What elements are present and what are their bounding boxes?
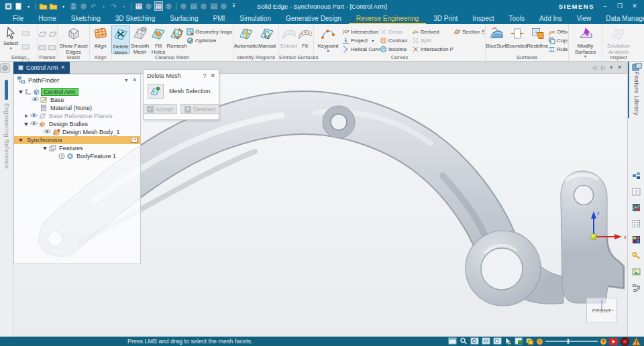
ribbon-tab-3d-sketching[interactable]: 3D Sketching <box>108 12 162 24</box>
record-video-icon[interactable] <box>609 337 618 346</box>
image-icon[interactable] <box>632 267 641 279</box>
app-icon[interactable] <box>4 1 13 11</box>
color-table-icon[interactable] <box>632 235 641 247</box>
tree-item-base-reference-planes[interactable]: Base Reference Planes <box>14 112 140 120</box>
pointer-icon[interactable] <box>504 337 512 345</box>
ribbon-tab-home[interactable]: Home <box>31 12 64 24</box>
dropdown-caret-icon[interactable]: ▾ <box>99 1 108 11</box>
tool-icon[interactable] <box>199 1 208 11</box>
mesh-selection-tool-button[interactable] <box>148 84 164 99</box>
visibility-eye-icon[interactable] <box>30 113 39 119</box>
smooth-mesh-button[interactable]: Smooth Mesh <box>130 25 150 54</box>
project-button[interactable]: Project ▾ <box>342 36 380 45</box>
dropdown-caret-icon[interactable]: ▾ <box>119 1 128 11</box>
redefine-button[interactable]: Redefine <box>527 25 548 54</box>
deselect-button[interactable]: ✕Deselect <box>180 104 219 114</box>
record-dot-icon[interactable] <box>621 337 629 346</box>
zoom-out-icon[interactable]: − <box>537 339 543 345</box>
bounded-button[interactable]: Bounded <box>506 25 527 54</box>
undo-icon[interactable]: ↶ <box>89 1 98 11</box>
qat-customize-icon[interactable]: ▾̅ <box>229 1 238 11</box>
parts-library-icon[interactable] <box>632 170 641 182</box>
dialog-close-icon[interactable]: ✕ <box>210 72 215 79</box>
align-button[interactable]: Align <box>91 25 111 54</box>
fit-icon[interactable] <box>482 337 490 345</box>
origin-point[interactable] <box>591 234 597 240</box>
tree-item-synchronous[interactable]: Synchronous <box>14 136 140 144</box>
show-facet-edges-button[interactable]: Show Facet Edges <box>58 25 89 54</box>
select-option-icon[interactable] <box>21 27 30 40</box>
tree-item-base[interactable]: Base <box>14 96 140 104</box>
tree-item-bodyfeature-1[interactable]: BodyFeature 1 <box>14 152 140 160</box>
tree-item-label[interactable]: Control Arm <box>41 88 78 96</box>
dialog-help-icon[interactable]: ? <box>203 72 206 79</box>
collapse-icon[interactable] <box>17 91 25 94</box>
pathfinder-close-icon[interactable]: ✕ <box>132 77 137 83</box>
next-tab-icon[interactable]: ▷ <box>601 64 605 70</box>
edgebar-handle[interactable] <box>5 80 8 100</box>
pathfinder-options-icon[interactable]: ▾ <box>125 77 127 83</box>
minimize-button[interactable]: – <box>601 3 609 9</box>
prev-tab-icon[interactable]: ◁ <box>592 64 596 70</box>
calculator-icon[interactable] <box>632 219 641 231</box>
visibility-eye-icon[interactable] <box>44 129 52 135</box>
help-folder-icon[interactable]: ? <box>632 186 641 198</box>
tree-item-design-bodies[interactable]: Design Bodies <box>14 120 140 128</box>
key-icon[interactable] <box>632 251 641 263</box>
tree-item-features[interactable]: Features <box>14 144 140 152</box>
tree-item-design-mesh-body-1[interactable]: Design Mesh Body_1 <box>14 128 140 136</box>
ribbon-tab-inspect[interactable]: Inspect <box>465 12 501 24</box>
tree-item-label[interactable]: Design Mesh Body_1 <box>60 129 122 135</box>
tab-list-icon[interactable]: ▾ <box>610 64 612 70</box>
tree-item-label[interactable]: Material (None) <box>48 105 94 111</box>
tree-item-label[interactable]: Base <box>48 97 66 103</box>
save-icon[interactable] <box>69 1 78 11</box>
contour-button[interactable]: Contour <box>380 36 412 45</box>
expand-icon[interactable] <box>22 114 30 118</box>
ribbon-tab-data-management[interactable]: Data Management <box>598 12 644 24</box>
ruled-button[interactable]: Ruled <box>548 45 568 54</box>
collapse-icon[interactable] <box>41 147 49 150</box>
helical-curve-button[interactable]: Helical Curve <box>342 45 380 54</box>
modify-surfaces-button[interactable]: Modify Surfaces▾ <box>570 25 602 54</box>
ribbon-tab-add-ins[interactable]: Add Ins <box>532 12 570 24</box>
ribbon-tab-file[interactable]: File <box>5 12 31 24</box>
plane-tool-icon[interactable] <box>48 42 57 54</box>
engineering-reference-tab[interactable]: Engineering Reference <box>3 103 10 168</box>
visibility-eye-icon[interactable] <box>32 97 40 103</box>
delete-mesh-button[interactable]: Delete Mesh <box>111 25 130 54</box>
derived-button[interactable]: Derived <box>412 27 453 36</box>
collapse-icon[interactable] <box>17 139 25 142</box>
plane-tool-icon[interactable] <box>48 28 57 40</box>
tool-icon[interactable] <box>179 1 188 11</box>
deviation-analysis-button[interactable]: Deviation Analysis <box>603 25 634 54</box>
ribbon-tab-view[interactable]: View <box>570 12 599 24</box>
tool-icon[interactable] <box>209 1 218 11</box>
open-template-icon[interactable] <box>49 1 58 11</box>
close-tab-icon[interactable]: ✕ <box>617 64 622 70</box>
sensors-icon[interactable] <box>632 203 641 215</box>
engineering-reference-icon[interactable] <box>0 63 10 73</box>
view-sheet-icon[interactable] <box>134 1 143 11</box>
tree-item-material-none-[interactable]: Material (None) <box>14 104 140 112</box>
intersection-point-button[interactable]: Intersection Point <box>412 45 453 54</box>
open-icon[interactable] <box>39 1 48 11</box>
dropdown-caret-icon[interactable]: ▾ <box>59 1 68 11</box>
zoom-slider[interactable] <box>545 341 598 342</box>
close-document-icon[interactable]: ✕ <box>61 64 66 70</box>
feature-library-tab[interactable]: Feature Library <box>628 62 644 118</box>
ribbon-tab-tools[interactable]: Tools <box>502 12 532 24</box>
copy-button[interactable]: Copy <box>548 36 568 45</box>
isocline-button[interactable]: Isocline <box>380 45 412 54</box>
tree-item-control-arm[interactable]: Control Arm <box>14 88 140 96</box>
optimize-button[interactable]: Optimize <box>186 36 232 45</box>
close-button[interactable]: ✕ <box>631 3 639 9</box>
bluesurf-button[interactable]: BlueSurf <box>486 25 506 54</box>
ribbon-tab-sketching[interactable]: Sketching <box>64 12 108 24</box>
layers-icon[interactable] <box>525 337 534 345</box>
extract-button[interactable]: Extract <box>280 25 298 54</box>
tree-item-label[interactable]: Base Reference Planes <box>47 113 115 119</box>
visibility-eye-icon[interactable] <box>30 121 39 127</box>
ribbon-tab-reverse-engineering[interactable]: Reverse Engineering <box>349 12 426 24</box>
sheet-green-icon[interactable] <box>515 337 523 345</box>
